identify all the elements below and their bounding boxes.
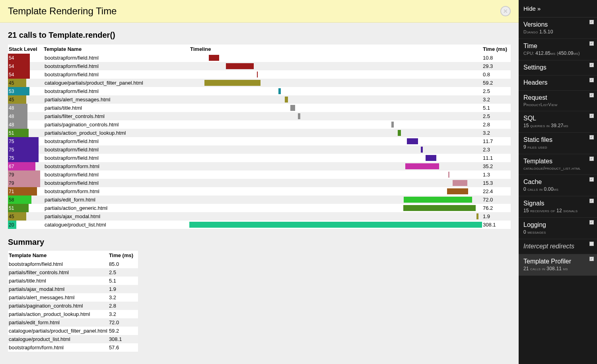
timeline-cell — [189, 179, 482, 187]
stack-level-bar: 75 — [8, 145, 39, 154]
timeline-bar — [403, 205, 476, 211]
timeline-bar — [226, 63, 254, 69]
stack-level-bar: 75 — [8, 137, 39, 145]
stack-level-bar: 75 — [8, 154, 39, 162]
template-name-cell: bootstrapform/field.html — [43, 70, 189, 79]
panel-checkbox[interactable] — [589, 257, 594, 261]
sidebar-item-headers[interactable]: Headers — [519, 76, 597, 91]
summary-name: bootstrapform/form.html — [8, 343, 108, 352]
panel-checkbox[interactable] — [589, 242, 594, 246]
timeline-cell — [189, 70, 482, 79]
summary-name: partials/edit_form.html — [8, 318, 108, 327]
panel-subtitle: Django 1.5.10 — [523, 29, 592, 35]
col-timeline: Timeline — [189, 45, 482, 54]
debug-toolbar-sidebar: Hide » VersionsDjango 1.5.10TimeCPU: 412… — [519, 0, 597, 364]
panel-checkbox[interactable] — [589, 177, 594, 182]
panel-checkbox[interactable] — [589, 63, 594, 67]
table-row: 75bootstrapform/field.html11.7 — [8, 137, 511, 145]
close-icon[interactable]: ✕ — [500, 6, 511, 16]
panel-checkbox[interactable] — [589, 157, 594, 161]
time-cell: 72.0 — [482, 196, 511, 204]
panel-subtitle: 15 receivers of 12 signals — [523, 208, 592, 213]
time-cell: 59.2 — [482, 79, 511, 87]
timeline-bar — [298, 113, 300, 119]
summary-time: 72.0 — [108, 318, 138, 327]
table-row: 45partials/alert_messages.html3.2 — [8, 95, 511, 104]
summary-time: 3.2 — [108, 293, 138, 302]
timeline-cell — [189, 204, 482, 212]
sidebar-panels: VersionsDjango 1.5.10TimeCPU: 412.85ms (… — [519, 17, 597, 364]
panel-checkbox[interactable] — [589, 199, 594, 203]
time-cell: 2.8 — [482, 120, 511, 129]
sidebar-item-signals[interactable]: Signals15 receivers of 12 signals — [519, 196, 597, 218]
summary-time: 57.6 — [108, 343, 138, 352]
panel-subtitle: CPU: 412.85ms (450.09ms) — [523, 50, 592, 56]
summary-table: Template Name Time (ms) bootstrapform/fi… — [8, 251, 138, 352]
summary-name: partials/filter_controls.html — [8, 268, 108, 277]
template-name-cell: partials/alert_messages.html — [43, 95, 189, 104]
template-name-cell: partials/edit_form.html — [43, 196, 189, 204]
table-row: 54bootstrapform/field.html10.8 — [8, 54, 511, 62]
timeline-cell — [189, 162, 482, 170]
panel-checkbox[interactable] — [589, 114, 594, 118]
panel-header: Template Rendering Time ✕ — [0, 0, 519, 23]
panel-subtitle: 9 files used — [523, 144, 592, 150]
sidebar-item-request[interactable]: RequestProductListView — [519, 91, 597, 111]
hide-toolbar-link[interactable]: Hide » — [523, 5, 541, 12]
template-name-cell: partials/action_generic.html — [43, 204, 189, 212]
time-cell: 3.2 — [482, 129, 511, 137]
table-row: catalogue/partials/product_filter_panel.… — [8, 327, 138, 335]
sidebar-item-logging[interactable]: Logging0 messages — [519, 218, 597, 239]
template-name-cell: bootstrapform/field.html — [43, 62, 189, 70]
table-row: partials/filter_controls.html2.5 — [8, 268, 138, 277]
time-cell: 1.9 — [482, 212, 511, 221]
panel-title: Static files — [523, 136, 592, 143]
template-name-cell: bootstrapform/field.html — [43, 137, 189, 145]
template-name-cell: bootstrapform/form.html — [43, 162, 189, 170]
timeline-cell — [189, 196, 482, 204]
table-row: 79bootstrapform/field.html15.3 — [8, 179, 511, 187]
timeline-cell — [189, 170, 482, 179]
table-row: 67bootstrapform/form.html35.2 — [8, 162, 511, 170]
sidebar-item-time[interactable]: TimeCPU: 412.85ms (450.09ms) — [519, 39, 597, 60]
template-name-cell: partials/title.html — [43, 104, 189, 112]
sidebar-item-static-files[interactable]: Static files9 files used — [519, 133, 597, 154]
timeline-bar — [189, 222, 482, 228]
sidebar-item-intercept-redirects[interactable]: Intercept redirects — [519, 239, 597, 254]
panel-checkbox[interactable] — [589, 78, 594, 82]
stack-level-bar: 79 — [8, 179, 40, 187]
stack-level-bar: 48 — [8, 112, 27, 120]
panel-checkbox[interactable] — [589, 135, 594, 139]
template-name-cell: partials/ajax_modal.html — [43, 212, 189, 221]
summary-name: partials/title.html — [8, 277, 108, 285]
calls-subtitle: 21 calls to Template.render() — [8, 31, 511, 40]
sidebar-item-versions[interactable]: VersionsDjango 1.5.10 — [519, 17, 597, 39]
panel-checkbox[interactable] — [589, 20, 594, 24]
sidebar-item-template-profiler[interactable]: Template Profiler21 calls in 308.11 ms — [519, 254, 597, 276]
time-cell: 11.7 — [482, 137, 511, 145]
sidebar-item-templates[interactable]: Templatescatalogue/product_list.html — [519, 154, 597, 175]
table-row: 54bootstrapform/field.html29.3 — [8, 62, 511, 70]
table-row: partials/alert_messages.html3.2 — [8, 293, 138, 302]
timeline-bar — [204, 80, 261, 86]
timeline-bar — [290, 105, 295, 111]
panel-subtitle: ProductListView — [523, 102, 592, 107]
summary-time: 85.0 — [108, 260, 138, 268]
panel-checkbox[interactable] — [589, 220, 594, 225]
panel-checkbox[interactable] — [589, 93, 594, 97]
template-name-cell: bootstrapform/field.html — [43, 179, 189, 187]
summary-time: 59.2 — [108, 327, 138, 335]
panel-subtitle: 0 calls in 0.00ms — [523, 186, 592, 192]
summary-name: partials/ajax_modal.html — [8, 285, 108, 293]
panel-checkbox[interactable] — [589, 41, 594, 46]
timeline-cell — [189, 79, 482, 87]
timeline-bar — [285, 97, 288, 103]
page-title: Template Rendering Time — [8, 6, 117, 17]
sidebar-item-sql[interactable]: SQL15 queries in 39.27ms — [519, 111, 597, 133]
timeline-bar — [404, 197, 472, 203]
table-row: catalogue/product_list.html308.1 — [8, 335, 138, 343]
timeline-cell — [189, 112, 482, 120]
stack-level-bar: 20 — [8, 221, 16, 229]
sidebar-item-settings[interactable]: Settings — [519, 60, 597, 76]
sidebar-item-cache[interactable]: Cache0 calls in 0.00ms — [519, 175, 597, 196]
